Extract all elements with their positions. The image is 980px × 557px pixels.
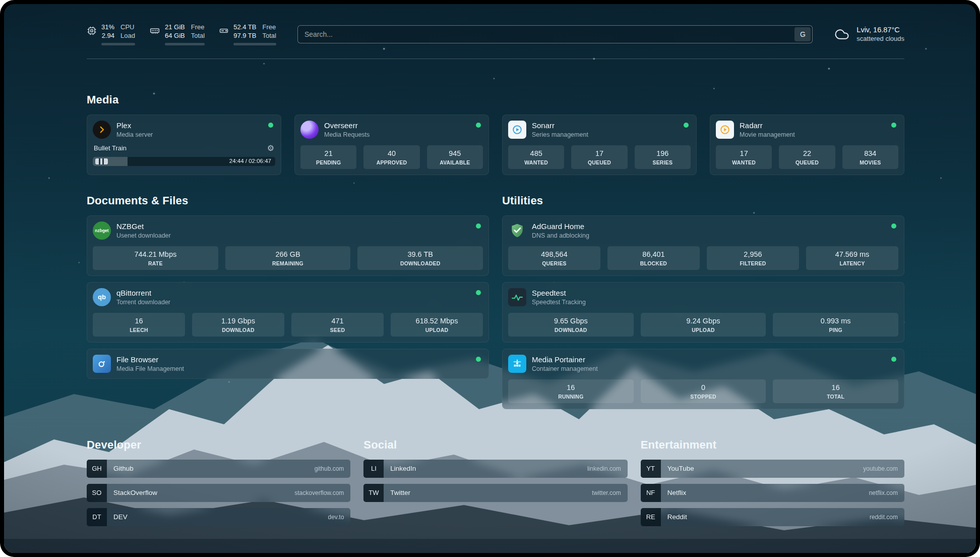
service-card-filebrowser: File Browser Media File Management [87,349,489,379]
service-description: Media File Management [116,365,184,372]
settings-gear-icon[interactable]: ⚙ [267,144,274,152]
pause-icon [95,158,108,164]
middle-columns: Documents & Files nzbget NZBGet Usenet d… [87,194,904,409]
bookmark-abbr: NF [641,484,661,502]
bookmark-url: youtube.com [863,465,898,472]
search-provider-button[interactable]: G [794,27,811,41]
service-link-nzbget[interactable]: nzbget NZBGet Usenet downloader [93,221,483,240]
bookmark-linkedin[interactable]: LI LinkedIn linkedin.com [363,460,627,478]
section-documents: Documents & Files nzbget NZBGet Usenet d… [87,194,489,379]
stat-label: BLOCKED [609,260,698,266]
stat-label: LATENCY [808,260,896,266]
service-card-speedtest: Speedtest Speedtest Tracking 9.65 Gbps D… [502,282,904,343]
disk-icon [219,26,229,36]
stat-box: 9.65 Gbps DOWNLOAD [508,313,634,337]
cpu-label-top: CPU [120,23,135,32]
stat-label: SERIES [637,159,689,165]
section-title-entertainment: Entertainment [641,438,904,452]
stat-value: 196 [637,149,689,157]
search-bar: G [297,25,813,43]
stat-box: 266 GB REMAINING [225,246,351,270]
service-description: Usenet downloader [116,232,171,239]
speedtest-icon [508,288,526,306]
stat-label: UPLOAD [643,327,764,333]
service-description: Speedtest Tracking [532,299,586,306]
memory-readout: 21 GiB Free 64 GiB Total [165,23,205,45]
stat-label: WANTED [718,159,770,165]
bookmark-abbr: DT [87,508,107,526]
stat-label: FILTERED [709,260,797,266]
service-link-qbittorrent[interactable]: qb qBittorrent Torrent downloader [93,288,483,306]
bookmark-dev[interactable]: DT DEV dev.to [87,508,350,526]
cpu-percent: 31% [101,23,114,32]
weather-location: Lviv, 16.87°C [856,26,904,34]
stat-box: 16 LEECH [93,313,185,337]
status-dot-online [476,290,481,295]
cpu-widget: 31% CPU 2.94 Load [87,23,135,45]
bookmark-reddit[interactable]: RE Reddit reddit.com [641,508,904,526]
service-description: Media Requests [324,131,370,138]
stat-value: 21 [302,149,354,157]
stat-value: 16 [775,383,896,392]
service-name: Radarr [740,121,795,130]
service-description: Torrent downloader [116,299,170,306]
stat-label: QUEUED [573,159,625,165]
service-link-sonarr[interactable]: Sonarr Series management [508,121,691,139]
stat-box: 86,401 BLOCKED [607,246,700,270]
service-card-nzbget: nzbget NZBGet Usenet downloader 744.21 M… [87,215,489,276]
service-link-filebrowser[interactable]: File Browser Media File Management [93,355,483,373]
stat-label: PING [775,327,896,333]
stat-box: 17 WANTED [716,145,772,169]
service-title-block: File Browser Media File Management [116,355,184,372]
stat-value: 1.19 Gbps [194,317,282,325]
service-card-qbittorrent: qb qBittorrent Torrent downloader 16 LEE… [87,282,489,343]
stat-box: 1.19 Gbps DOWNLOAD [192,313,284,337]
memory-widget: 21 GiB Free 64 GiB Total [149,23,205,45]
service-link-speedtest[interactable]: Speedtest Speedtest Tracking [508,288,898,306]
stat-value: 0 [643,383,764,392]
service-link-portainer[interactable]: Media Portainer Container management [508,355,898,373]
bookmark-url: stackoverflow.com [294,489,344,496]
stat-value: 40 [365,149,417,157]
service-link-adguard[interactable]: AdGuard Home DNS and adblocking [508,221,898,240]
service-description: DNS and adblocking [532,232,589,239]
bookmark-github[interactable]: GH Github github.com [87,460,350,478]
bookmark-abbr: GH [87,460,107,478]
service-link-radarr[interactable]: Radarr Movie management [716,121,898,139]
stat-label: DOWNLOAD [510,327,632,333]
cpu-progress-bar [101,43,135,45]
stat-label: UPLOAD [393,327,481,333]
stat-value: 485 [510,149,562,157]
search-input[interactable] [297,25,813,43]
disk-free: 52.4 TB [233,23,256,32]
bookmark-netflix[interactable]: NF Netflix netflix.com [641,484,904,502]
stat-label: SEED [293,327,382,333]
stat-value: 266 GB [227,250,349,258]
adguard-icon [508,221,526,240]
bookmark-stackoverflow[interactable]: SO StackOverflow stackoverflow.com [87,484,350,502]
section-media: Media Plex Media server [87,93,904,175]
stat-label: LEECH [95,327,183,333]
service-card-plex: Plex Media server Bullet Train ⚙ [87,115,281,175]
bookmark-youtube[interactable]: YT YouTube youtube.com [641,460,904,478]
media-cards-row: Plex Media server Bullet Train ⚙ [87,115,904,175]
service-link-plex[interactable]: Plex Media server [93,121,275,139]
service-stats: 744.21 Mbps RATE 266 GB REMAINING 39.6 T… [93,246,483,270]
service-stats: 9.65 Gbps DOWNLOAD 9.24 Gbps UPLOAD 0.99… [508,313,898,337]
service-card-sonarr: Sonarr Series management 485 WANTED 17 [502,115,697,175]
overseerr-icon [300,121,319,139]
stat-box: 945 AVAILABLE [427,145,483,169]
service-title-block: Speedtest Speedtest Tracking [532,289,586,306]
service-title-block: Plex Media server [116,121,153,138]
service-link-overseerr[interactable]: Overseerr Media Requests [300,121,483,139]
memory-free: 21 GiB [165,23,185,32]
plex-icon [93,121,111,139]
bookmark-twitter[interactable]: TW Twitter twitter.com [363,484,627,502]
service-card-radarr: Radarr Movie management 17 WANTED 22 [710,115,904,175]
now-playing-header: Bullet Train ⚙ [93,144,275,152]
playback-progress-bar: 24:44 / 02:06:47 [93,157,275,166]
stat-label: STOPPED [643,394,764,400]
stat-box: 16 TOTAL [773,379,898,403]
disk-label-top: Free [262,23,276,32]
status-dot-online [891,357,896,362]
